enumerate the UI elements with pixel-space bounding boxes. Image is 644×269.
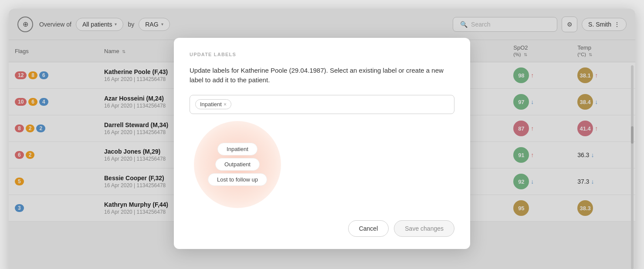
- dropdown-item-lost[interactable]: Lost to follow up: [208, 173, 267, 186]
- modal-header-label: UPDATE LABELS: [190, 52, 454, 57]
- tag-remove-button[interactable]: ×: [224, 101, 227, 108]
- update-labels-modal: UPDATE LABELS Update labels for Katherin…: [174, 38, 470, 249]
- dropdown-item-inpatient[interactable]: Inpatient: [217, 143, 258, 155]
- modal-overlay: UPDATE LABELS Update labels for Katherin…: [9, 9, 635, 269]
- label-dropdown-list: Inpatient Outpatient Lost to follow up: [194, 121, 281, 208]
- modal-footer: Cancel Save changes: [190, 220, 454, 237]
- modal-description: Update labels for Katherine Poole (29.04…: [190, 66, 454, 85]
- tag-input-field[interactable]: [235, 101, 449, 108]
- save-changes-button[interactable]: Save changes: [394, 220, 454, 237]
- dropdown-item-outpatient[interactable]: Outpatient: [215, 158, 260, 171]
- tag-label: Inpatient: [200, 101, 222, 108]
- cancel-button[interactable]: Cancel: [348, 220, 389, 237]
- app-container: ⊕ Overview of All patients ▾ by RAG ▾ 🔍 …: [9, 9, 635, 269]
- inpatient-tag: Inpatient ×: [195, 99, 231, 109]
- tag-input-wrapper[interactable]: Inpatient ×: [190, 95, 454, 114]
